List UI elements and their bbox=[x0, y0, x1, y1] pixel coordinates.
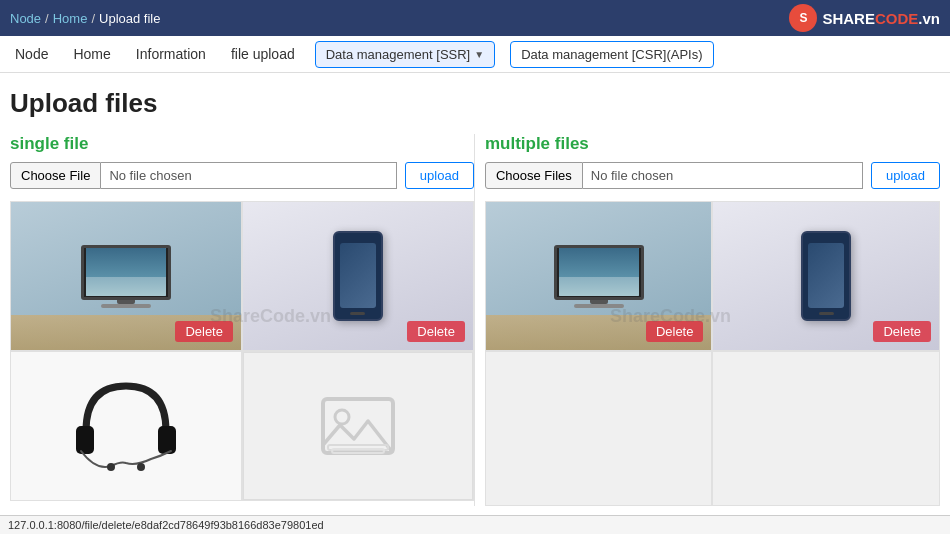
image-cell-headphones bbox=[10, 351, 242, 501]
image-cell-phone-2: Delete bbox=[712, 201, 940, 351]
delete-button-2[interactable]: Delete bbox=[407, 321, 465, 342]
breadcrumb-home[interactable]: Home bbox=[53, 11, 88, 26]
logo-icon: S bbox=[789, 4, 817, 32]
status-bar: 127.0.0.1:8080/file/delete/e8daf2cd78649… bbox=[0, 515, 950, 521]
nav-information[interactable]: Information bbox=[131, 36, 211, 72]
delete-button-3[interactable]: Delete bbox=[646, 321, 704, 342]
image-cell-tv-1: Delete bbox=[10, 201, 242, 351]
multiple-file-title: multiple files bbox=[485, 134, 940, 154]
multiple-files-section: multiple files Choose Files No file chos… bbox=[475, 134, 940, 506]
multiple-file-input-row: Choose Files No file chosen upload bbox=[485, 162, 940, 189]
image-cell-tv-2: Delete bbox=[485, 201, 713, 351]
upload-sections: single file Choose File No file chosen u… bbox=[10, 134, 940, 506]
breadcrumb: Node / Home / Upload file bbox=[10, 11, 160, 26]
single-file-input-row: Choose File No file chosen upload bbox=[10, 162, 474, 189]
nav-node[interactable]: Node bbox=[10, 36, 53, 72]
breadcrumb-node[interactable]: Node bbox=[10, 11, 41, 26]
svg-rect-1 bbox=[158, 426, 176, 454]
nav-bar: Node Home Information file upload Data m… bbox=[0, 36, 950, 73]
delete-button-4[interactable]: Delete bbox=[873, 321, 931, 342]
status-url: 127.0.0.1:8080/file/delete/e8daf2cd78649… bbox=[8, 519, 324, 521]
breadcrumb-current: Upload file bbox=[99, 11, 160, 26]
logo: S SHARECODE.vn bbox=[789, 4, 940, 32]
multiple-file-name: No file chosen bbox=[583, 162, 863, 189]
svg-rect-0 bbox=[76, 426, 94, 454]
svg-point-3 bbox=[137, 463, 145, 471]
single-upload-button[interactable]: upload bbox=[405, 162, 474, 189]
image-cell-phone-1: Delete bbox=[242, 201, 474, 351]
nav-file-upload[interactable]: file upload bbox=[226, 36, 300, 72]
nav-data-ssr[interactable]: Data management [SSR] ▼ bbox=[315, 41, 495, 68]
delete-button-1[interactable]: Delete bbox=[175, 321, 233, 342]
svg-point-2 bbox=[107, 463, 115, 471]
placeholder-icon bbox=[318, 391, 398, 461]
top-bar: Node / Home / Upload file S SHARECODE.vn bbox=[0, 0, 950, 36]
single-file-images: Delete Delete bbox=[10, 201, 474, 501]
multiple-file-images: Delete Delete bbox=[485, 201, 940, 506]
choose-files-button[interactable]: Choose Files bbox=[485, 162, 583, 189]
headphones-icon bbox=[66, 371, 186, 481]
single-file-name: No file chosen bbox=[101, 162, 396, 189]
logo-text: SHARECODE.vn bbox=[822, 10, 940, 27]
choose-file-button[interactable]: Choose File bbox=[10, 162, 101, 189]
nav-home[interactable]: Home bbox=[68, 36, 115, 72]
page-content: Upload files single file Choose File No … bbox=[0, 73, 950, 521]
nav-data-csr[interactable]: Data management [CSR](APIs) bbox=[510, 41, 713, 68]
image-cell-placeholder bbox=[242, 351, 474, 501]
svg-point-5 bbox=[335, 410, 349, 424]
multiple-upload-button[interactable]: upload bbox=[871, 162, 940, 189]
image-cell-empty-1 bbox=[485, 351, 713, 506]
single-file-title: single file bbox=[10, 134, 474, 154]
single-file-section: single file Choose File No file chosen u… bbox=[10, 134, 475, 506]
dropdown-arrow-icon: ▼ bbox=[474, 49, 484, 60]
page-title: Upload files bbox=[10, 88, 940, 119]
image-cell-empty-2 bbox=[712, 351, 940, 506]
